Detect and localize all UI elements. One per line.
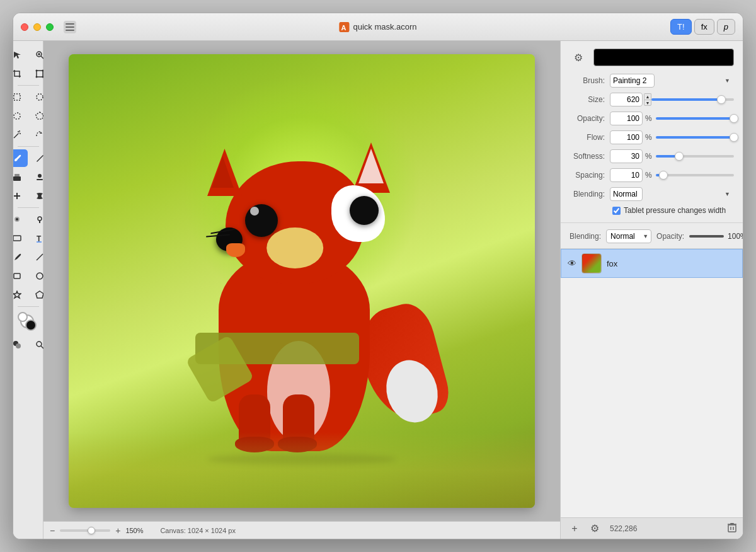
canvas-scroll[interactable] bbox=[43, 41, 560, 521]
layers-bottom-bar: + ⚙ 522,286 bbox=[561, 517, 743, 539]
tool-rect-draw[interactable] bbox=[13, 267, 28, 285]
opacity-stepper: 100 bbox=[610, 112, 643, 125]
color-preview[interactable] bbox=[18, 312, 39, 333]
svg-line-7 bbox=[41, 56, 43, 59]
zoom-slider[interactable] bbox=[60, 529, 110, 532]
fx-tool-header[interactable]: fx bbox=[694, 19, 714, 35]
flow-slider[interactable] bbox=[656, 136, 734, 139]
svg-line-18 bbox=[14, 134, 18, 138]
opacity-unit: % bbox=[645, 114, 652, 123]
main-area: T bbox=[13, 41, 743, 539]
brush-label: Brush: bbox=[570, 76, 610, 85]
layer-blend-select[interactable]: Normal Multiply Screen bbox=[606, 229, 651, 243]
svg-text:A: A bbox=[341, 24, 346, 32]
spacing-input[interactable]: 10 bbox=[610, 168, 643, 182]
layers-panel: 👁 fox bbox=[561, 249, 743, 517]
layer-blend-label: Blending: bbox=[570, 232, 601, 241]
svg-point-16 bbox=[37, 94, 43, 100]
maximize-button[interactable] bbox=[46, 23, 54, 31]
svg-point-37 bbox=[37, 273, 43, 279]
svg-rect-44 bbox=[728, 525, 736, 532]
svg-point-30 bbox=[38, 217, 42, 221]
layer-item[interactable]: 👁 fox bbox=[561, 249, 743, 278]
color-swatch[interactable] bbox=[593, 49, 734, 66]
brush-select[interactable]: Painting 2 Soft Brush Hard Brush bbox=[610, 74, 655, 88]
layer-opacity-slider[interactable] bbox=[689, 235, 724, 238]
app-icon: A bbox=[339, 22, 349, 32]
tool-pen[interactable] bbox=[13, 248, 28, 266]
softness-input[interactable]: 30 bbox=[610, 149, 643, 163]
tablet-pressure-row: Tablet pressure changes width bbox=[570, 206, 734, 215]
svg-point-29 bbox=[16, 218, 18, 221]
tool-heal[interactable] bbox=[13, 187, 28, 205]
softness-label: Softness: bbox=[570, 152, 610, 161]
flow-input[interactable]: 100 bbox=[610, 130, 643, 144]
add-layer-button[interactable]: + bbox=[567, 521, 582, 536]
svg-point-11 bbox=[35, 70, 37, 72]
titlebar: A quick mask.acorn T! fx p bbox=[13, 13, 743, 41]
spacing-unit: % bbox=[645, 171, 652, 180]
opacity-slider[interactable] bbox=[656, 117, 734, 120]
zoom-out-button[interactable]: − bbox=[50, 526, 55, 536]
svg-rect-15 bbox=[14, 94, 20, 100]
size-label: Size: bbox=[570, 95, 610, 104]
softness-slider[interactable] bbox=[656, 155, 734, 158]
svg-rect-25 bbox=[14, 174, 20, 176]
blending-label: Blending: bbox=[570, 190, 610, 198]
tool-magic-wand[interactable] bbox=[13, 126, 28, 144]
tool-paint-brush[interactable] bbox=[13, 149, 28, 167]
svg-point-26 bbox=[38, 174, 42, 178]
svg-rect-27 bbox=[37, 179, 43, 180]
titlebar-center: A quick mask.acorn bbox=[339, 22, 416, 32]
layer-settings-button[interactable]: ⚙ bbox=[587, 521, 602, 536]
svg-point-42 bbox=[37, 342, 42, 347]
sidebar-toggle[interactable] bbox=[64, 21, 76, 33]
zoom-in-button[interactable]: + bbox=[115, 526, 120, 536]
size-decrement[interactable]: ▼ bbox=[644, 100, 651, 106]
delete-layer-button[interactable] bbox=[728, 522, 736, 534]
text-tool-header[interactable]: T! bbox=[670, 19, 692, 35]
svg-line-43 bbox=[41, 346, 43, 348]
traffic-lights bbox=[21, 23, 54, 31]
close-button[interactable] bbox=[21, 23, 28, 31]
layer-name: fox bbox=[607, 259, 736, 268]
canvas-info: Canvas: 1024 × 1024 px bbox=[160, 527, 236, 534]
tool-blur[interactable] bbox=[13, 210, 28, 228]
spacing-slider[interactable] bbox=[656, 174, 734, 176]
tablet-pressure-checkbox[interactable] bbox=[612, 207, 621, 215]
minimize-button[interactable] bbox=[33, 23, 41, 31]
tool-rect-shape[interactable] bbox=[13, 229, 28, 247]
tool-lasso[interactable] bbox=[13, 107, 28, 125]
brush-settings: ⚙ Brush: Painting 2 Soft Brush Hard Brus… bbox=[561, 41, 743, 223]
layer-thumbnail bbox=[581, 253, 602, 273]
flow-stepper: 100 bbox=[610, 130, 643, 144]
opacity-input[interactable]: 100 bbox=[610, 112, 643, 125]
tool-rect-select[interactable] bbox=[13, 88, 28, 106]
flow-unit: % bbox=[645, 133, 652, 142]
size-stepper: 620 ▲ ▼ bbox=[610, 93, 651, 106]
tool-star[interactable] bbox=[13, 286, 28, 304]
brush-select-wrapper: Painting 2 Soft Brush Hard Brush ▼ bbox=[610, 74, 734, 88]
size-slider[interactable] bbox=[651, 98, 734, 101]
layer-blend-select-wrap: Normal Multiply Screen ▼ bbox=[606, 229, 651, 243]
softness-unit: % bbox=[645, 152, 652, 161]
svg-rect-24 bbox=[13, 176, 21, 181]
tool-eraser[interactable] bbox=[13, 168, 28, 186]
size-increment[interactable]: ▲ bbox=[644, 93, 651, 100]
blending-select[interactable]: Normal Multiply Screen Overlay bbox=[610, 187, 643, 201]
size-input[interactable]: 620 bbox=[610, 93, 643, 106]
tool-arrow[interactable] bbox=[13, 46, 28, 64]
svg-rect-0 bbox=[66, 23, 74, 25]
tool-crop[interactable] bbox=[13, 65, 28, 83]
layer-visibility-eye[interactable]: 👁 bbox=[568, 258, 576, 268]
settings-gear-button[interactable]: ⚙ bbox=[570, 49, 587, 66]
p-tool-header[interactable]: p bbox=[717, 19, 735, 35]
tool-color-picker[interactable] bbox=[13, 336, 28, 354]
svg-line-35 bbox=[37, 254, 43, 260]
svg-marker-5 bbox=[14, 52, 21, 59]
svg-marker-17 bbox=[36, 112, 43, 119]
svg-point-20 bbox=[18, 131, 19, 132]
svg-rect-10 bbox=[37, 71, 43, 77]
tablet-pressure-label: Tablet pressure changes width bbox=[624, 206, 726, 215]
left-toolbar: T bbox=[13, 41, 43, 539]
